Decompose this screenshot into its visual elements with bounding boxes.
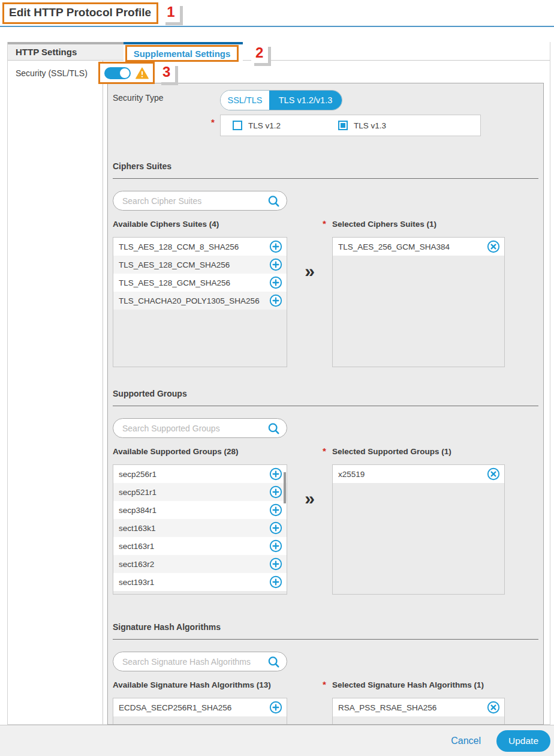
list-item: TLS_AES_256_GCM_SHA384 (333, 238, 504, 256)
security-type-segmented-control: SSL/TLS TLS v1.2/v1.3 (220, 90, 342, 110)
list-item-text: secp256r1 (119, 470, 269, 479)
search-input[interactable] (113, 191, 287, 210)
checkbox-tls-v12[interactable]: TLS v1.2 (233, 121, 281, 130)
search-input[interactable] (113, 652, 287, 671)
list-labels-row: Available Supported Groups (28)*Selected… (113, 447, 543, 456)
annotation-box-2: Supplemental Settings (125, 45, 239, 62)
list-item: ECDSA_SECP256R1_SHA256 (113, 698, 287, 716)
search-box (113, 191, 287, 211)
search-icon[interactable] (267, 422, 281, 436)
update-button[interactable]: Update (496, 730, 550, 752)
checkbox-tls-v13-box[interactable] (338, 121, 348, 130)
dialog-panel: HTTP Settings Supplemental Settings 2 Se… (7, 42, 550, 725)
tab-supplemental-settings[interactable]: Supplemental Settings (124, 42, 243, 61)
section-title: Supported Groups (113, 389, 543, 398)
remove-icon[interactable] (487, 701, 500, 714)
move-all-wrap: » (287, 464, 332, 595)
required-marker: * (323, 446, 326, 456)
move-all-chevron-icon[interactable]: » (305, 262, 315, 280)
list-item-text: sect163r1 (119, 542, 269, 551)
available-label: Available Supported Groups (28) (113, 447, 287, 456)
search-box (113, 418, 287, 438)
list-item-text: TLS_CHACHA20_POLY1305_SHA256 (119, 296, 269, 305)
search-input[interactable] (113, 419, 287, 437)
annotation-number-1: 1 (162, 3, 179, 22)
checkbox-tls-v13[interactable]: TLS v1.3 (338, 121, 386, 130)
page: Edit HTTP Protocol Profile 1 HTTP Settin… (0, 0, 554, 756)
required-marker: * (211, 117, 215, 127)
section-2: Signature Hash AlgorithmsAvailable Signa… (108, 622, 543, 725)
lists-row: secp256r1secp521r1secp384r1sect163k1sect… (113, 464, 543, 595)
remove-icon[interactable] (487, 467, 500, 481)
add-icon[interactable] (269, 240, 282, 253)
security-ssl-tls-label: Security (SSL/TLS) (16, 68, 88, 78)
list-item-text: sect163r2 (119, 560, 269, 569)
selected-label-text: Selected Supported Groups (1) (332, 447, 451, 456)
add-icon[interactable] (269, 575, 282, 589)
list-item-text: sect163k1 (119, 524, 269, 533)
checkbox-tls-v12-box[interactable] (233, 121, 242, 130)
section-divider (113, 406, 538, 406)
section-title: Ciphers Suites (113, 161, 543, 171)
add-icon[interactable] (269, 467, 282, 481)
add-icon[interactable] (269, 485, 282, 499)
annotation-box-1: Edit HTTP Protocol Profile (2, 2, 158, 24)
add-icon[interactable] (269, 276, 282, 289)
security-type-block: Security Type SSL/TLS TLS v1.2/v1.3 * TL… (108, 83, 543, 143)
annotation-number-2: 2 (251, 44, 268, 63)
selected-list: TLS_AES_256_GCM_SHA384 (332, 237, 505, 367)
add-icon[interactable] (269, 701, 282, 714)
tab-supplemental-settings-label: Supplemental Settings (134, 49, 231, 59)
available-list: ECDSA_SECP256R1_SHA256 (113, 698, 287, 725)
search-icon[interactable] (267, 194, 281, 208)
security-type-label: Security Type (113, 93, 164, 103)
required-marker: * (323, 218, 326, 229)
available-list: secp256r1secp521r1secp384r1sect163k1sect… (113, 464, 287, 595)
segment-tls-v12-v13[interactable]: TLS v1.2/v1.3 (269, 91, 342, 110)
selected-list: x25519 (332, 464, 505, 595)
checkbox-tls-v12-label: TLS v1.2 (248, 121, 281, 130)
list-item: TLS_AES_128_GCM_SHA256 (113, 274, 287, 292)
search-icon[interactable] (267, 655, 281, 669)
list-item: secp256r1 (113, 465, 287, 483)
list-item: TLS_AES_128_CCM_SHA256 (113, 256, 287, 274)
tab-bar: HTTP Settings Supplemental Settings 2 (8, 42, 550, 61)
scrollbar-thumb[interactable] (284, 472, 286, 503)
add-icon[interactable] (269, 294, 282, 307)
selected-label: *Selected Supported Groups (1) (332, 447, 505, 456)
tls-version-box: TLS v1.2 TLS v1.3 (220, 115, 481, 136)
add-icon[interactable] (269, 503, 282, 517)
page-title: Edit HTTP Protocol Profile (4, 4, 156, 22)
list-item: TLS_CHACHA20_POLY1305_SHA256 (113, 292, 287, 310)
title-callout: Edit HTTP Protocol Profile 1 (2, 2, 180, 24)
checkbox-tls-v13-label: TLS v1.3 (354, 121, 386, 130)
list-item: sect163r1 (113, 537, 287, 555)
list-item: RSA_PSS_RSAE_SHA256 (333, 698, 504, 716)
add-icon[interactable] (269, 557, 282, 571)
list-item-text: secp521r1 (119, 488, 269, 497)
lists-row: TLS_AES_128_CCM_8_SHA256TLS_AES_128_CCM_… (113, 237, 543, 367)
cancel-button[interactable]: Cancel (451, 736, 481, 746)
tab-http-settings[interactable]: HTTP Settings (8, 42, 124, 60)
available-list: TLS_AES_128_CCM_8_SHA256TLS_AES_128_CCM_… (113, 237, 287, 367)
list-item-text: TLS_AES_128_CCM_SHA256 (119, 260, 269, 269)
selected-label: *Selected Ciphers Suites (1) (332, 220, 505, 229)
segment-ssl-tls[interactable]: SSL/TLS (221, 91, 269, 110)
annotation-number-3: 3 (158, 63, 175, 82)
list-item: TLS_AES_128_CCM_8_SHA256 (113, 238, 287, 256)
list-labels-row: Available Ciphers Suites (4)*Selected Ci… (113, 220, 543, 229)
security-toggle[interactable] (104, 67, 131, 79)
sections: Ciphers SuitesAvailable Ciphers Suites (… (108, 161, 543, 725)
section-divider (113, 178, 538, 179)
selected-label-text: Selected Signature Hash Algorithms (1) (332, 680, 484, 689)
column-divider (103, 61, 103, 724)
add-icon[interactable] (269, 539, 282, 553)
add-icon[interactable] (269, 521, 282, 535)
move-all-chevron-icon[interactable]: » (305, 490, 315, 508)
remove-icon[interactable] (487, 240, 500, 253)
toggle-knob (120, 68, 130, 78)
list-item-text: sect193r1 (119, 578, 269, 587)
list-item-text: secp384r1 (119, 506, 269, 515)
add-icon[interactable] (269, 258, 282, 271)
selected-label: *Selected Signature Hash Algorithms (1) (332, 680, 505, 689)
